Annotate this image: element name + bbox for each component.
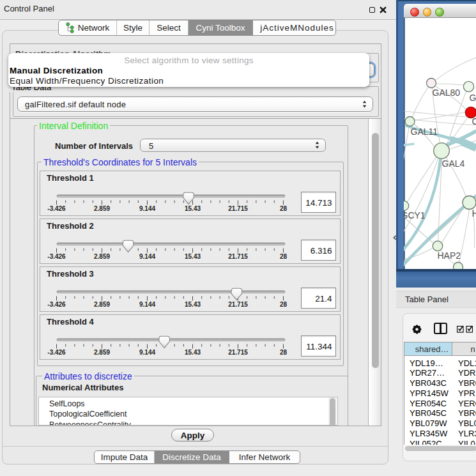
svg-text:9.144: 9.144 (139, 349, 155, 356)
svg-text:9.144: 9.144 (139, 301, 155, 308)
svg-text:28: 28 (280, 349, 288, 356)
svg-text:21.715: 21.715 (228, 205, 248, 212)
svg-text:28: 28 (280, 253, 288, 260)
svg-text:GAL11: GAL11 (410, 127, 438, 137)
svg-text:9.144: 9.144 (139, 205, 155, 212)
svg-text:-3.426: -3.426 (47, 301, 66, 308)
svg-text:21.715: 21.715 (228, 253, 248, 260)
svg-text:GAL80: GAL80 (432, 88, 460, 98)
svg-text:15.43: 15.43 (185, 301, 201, 308)
svg-text:15.43: 15.43 (185, 253, 201, 260)
svg-text:2.859: 2.859 (94, 253, 110, 260)
svg-text:2.859: 2.859 (94, 301, 110, 308)
svg-text:28: 28 (280, 205, 288, 212)
svg-text:2.859: 2.859 (94, 349, 110, 356)
svg-text:-3.426: -3.426 (47, 253, 66, 260)
svg-text:GAL4: GAL4 (441, 158, 464, 169)
svg-text:C.: C. (472, 116, 476, 127)
svg-text:2.859: 2.859 (94, 205, 110, 212)
svg-text:21.715: 21.715 (228, 301, 248, 308)
svg-text:GCY1: GCY1 (404, 210, 426, 220)
svg-text:G.: G. (469, 93, 476, 103)
svg-text:28: 28 (280, 301, 288, 308)
svg-text:HAP2: HAP2 (437, 250, 461, 261)
svg-text:15.43: 15.43 (185, 349, 201, 356)
svg-text:-3.426: -3.426 (47, 205, 66, 212)
svg-text:HE: HE (472, 208, 476, 219)
svg-text:15.43: 15.43 (185, 205, 201, 212)
svg-text:-3.426: -3.426 (47, 349, 66, 356)
svg-text:9.144: 9.144 (139, 253, 155, 260)
svg-text:21.715: 21.715 (228, 349, 248, 356)
